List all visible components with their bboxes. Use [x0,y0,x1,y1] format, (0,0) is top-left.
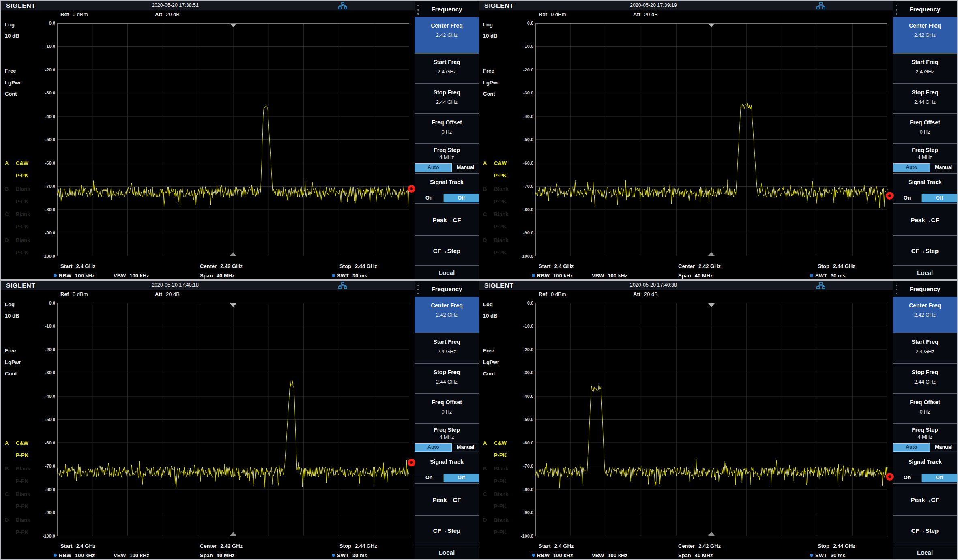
power-mode-label: LgPwr [5,359,21,366]
knob-position-marker[interactable] [886,473,894,481]
menu-start-freq-button[interactable]: Start Freq 2.4 GHz [893,53,957,83]
signal-track-off-button[interactable]: Off [444,474,479,482]
menu-start-freq-button[interactable]: Start Freq 2.4 GHz [415,53,479,83]
menu-freq-step-button[interactable]: Freq Step 4 MHz Auto Manual [893,143,957,173]
signal-track-on-off-toggle: On Off [893,474,957,482]
freq-step-auto-button[interactable]: Auto [893,443,930,452]
y-axis-tick-label: -100.0 [513,253,533,260]
menu-start-freq-button[interactable]: Start Freq 2.4 GHz [893,333,957,363]
menu-freq-offset-button[interactable]: Freq Offset 0 Hz [415,393,479,423]
menu-local-button[interactable]: Local [415,265,479,279]
signal-track-on-off-toggle: On Off [415,474,479,482]
power-mode-label: LgPwr [483,79,499,86]
menu-signal-track-button[interactable]: Signal Track On Off [893,453,957,483]
amplitude-scale-label: Log [483,301,493,308]
menu-peak-to-cf-button[interactable]: Peak→CF [893,203,957,235]
freq-step-manual-button[interactable]: Manual [452,443,479,452]
freq-step-auto-manual-toggle: Auto Manual [893,443,957,452]
footer-center-freq: Center2.42 GHz [678,543,721,549]
freq-step-manual-button[interactable]: Manual [930,443,957,452]
menu-signal-track-button[interactable]: Signal Track On Off [415,173,479,203]
menu-signal-track-button[interactable]: Signal Track On Off [415,453,479,483]
freq-step-auto-button[interactable]: Auto [415,443,452,452]
trace-d-row: DBlank [5,237,30,244]
menu-drag-dots-icon [896,5,897,17]
knob-position-marker[interactable] [408,185,415,193]
menu-peak-to-cf-button[interactable]: Peak→CF [893,483,957,515]
menu-cf-to-step-button[interactable]: CF→Step [893,515,957,545]
y-axis-tick-label: -10.0 [513,323,533,329]
y-axis-tick-label: -90.0 [513,510,533,516]
y-axis-tick-label: -90.0 [513,230,533,236]
freq-step-manual-button[interactable]: Manual [930,163,957,172]
menu-signal-track-button[interactable]: Signal Track On Off [893,173,957,203]
menu-start-freq-button[interactable]: Start Freq 2.4 GHz [415,333,479,363]
menu-local-button[interactable]: Local [415,545,479,559]
spectrum-plot [57,303,409,536]
menu-cf-to-step-button[interactable]: CF→Step [415,515,479,545]
y-axis-tick-label: -90.0 [35,510,55,516]
menu-freq-step-button[interactable]: Freq Step 4 MHz Auto Manual [415,143,479,173]
plot-grid [535,303,887,536]
menu-center-freq-button[interactable]: Center Freq 2.42 GHz [415,17,479,53]
y-axis-tick-label: -80.0 [35,487,55,493]
menu-cf-to-step-button[interactable]: CF→Step [415,235,479,265]
menu-freq-offset-button[interactable]: Freq Offset 0 Hz [893,113,957,143]
trace-d-row: DBlank [483,237,508,244]
menu-local-button[interactable]: Local [893,545,957,559]
signal-track-on-button[interactable]: On [415,474,444,482]
y-axis-tick-label: -50.0 [513,137,533,143]
freq-step-auto-button[interactable]: Auto [415,163,452,172]
trace-d-detector: P-PK [5,249,28,256]
sweep-mode-label: Cont [483,370,495,378]
menu-stop-freq-button[interactable]: Stop Freq 2.44 GHz [415,83,479,113]
y-axis-tick-label: 0.0 [35,20,55,26]
four-screen-grid: SIGLENT 2020-05-20 17:38:51 Ref0 dBm Att… [0,0,958,560]
trace-a-detector: P-PK [483,452,507,459]
menu-freq-step-button[interactable]: Freq Step 4 MHz Auto Manual [893,423,957,453]
spectrum-plot-svg [57,303,409,536]
signal-track-on-button[interactable]: On [893,474,922,482]
signal-track-off-button[interactable]: Off [922,194,957,202]
menu-center-freq-button[interactable]: Center Freq 2.42 GHz [893,17,957,53]
y-axis-tick-label: -40.0 [513,393,533,399]
attenuation: Att20 dB [155,11,180,18]
footer-stop-freq: Stop2.44 GHz [818,263,855,270]
freq-step-manual-button[interactable]: Manual [452,163,479,172]
menu-peak-to-cf-button[interactable]: Peak→CF [415,483,479,515]
menu-drag-dots-icon [417,5,419,17]
knob-position-marker[interactable] [886,192,894,200]
trace-c-detector: P-PK [5,223,28,230]
menu-freq-offset-button[interactable]: Freq Offset 0 Hz [415,113,479,143]
signal-track-on-button[interactable]: On [893,194,922,202]
menu-cf-to-step-button[interactable]: CF→Step [893,235,957,265]
y-axis-tick-label: -100.0 [513,533,533,539]
top-bar: SIGLENT 2020-05-20 17:39:19 [479,1,893,11]
menu-panel: Frequency Center Freq 2.42 GHz Start Fre… [893,1,957,279]
menu-peak-to-cf-button[interactable]: Peak→CF [415,203,479,235]
y-axis-tick-label: -100.0 [35,533,55,539]
signal-track-off-button[interactable]: Off [922,474,957,482]
swt-coupled-dot-icon [332,554,335,557]
menu-center-freq-button[interactable]: Center Freq 2.42 GHz [893,297,957,333]
menu-stop-freq-button[interactable]: Stop Freq 2.44 GHz [893,83,957,113]
menu-local-button[interactable]: Local [893,265,957,279]
menu-stop-freq-button[interactable]: Stop Freq 2.44 GHz [415,363,479,393]
menu-freq-step-button[interactable]: Freq Step 4 MHz Auto Manual [415,423,479,453]
center-freq-top-marker-icon [708,24,715,27]
lan-network-icon [338,282,347,289]
trace-d-detector: P-PK [483,529,507,536]
y-axis-tick-label: -30.0 [513,370,533,376]
freq-step-auto-button[interactable]: Auto [893,163,930,172]
menu-center-freq-button[interactable]: Center Freq 2.42 GHz [415,297,479,333]
analyzer-screen-4: SIGLENT 2020-05-20 17:40:38 Ref0 dBm Att… [479,281,957,559]
menu-stop-freq-button[interactable]: Stop Freq 2.44 GHz [893,363,957,393]
menu-freq-offset-button[interactable]: Freq Offset 0 Hz [893,393,957,423]
signal-track-on-button[interactable]: On [415,194,444,202]
signal-track-off-button[interactable]: Off [444,194,479,202]
trace-a-row: AC&W [5,440,28,446]
trigger-mode-label: Free [5,67,16,75]
trace-a-detector: P-PK [483,172,507,179]
trace-a-row: AC&W [483,440,507,446]
trace-c-row: CBlank [483,211,508,218]
